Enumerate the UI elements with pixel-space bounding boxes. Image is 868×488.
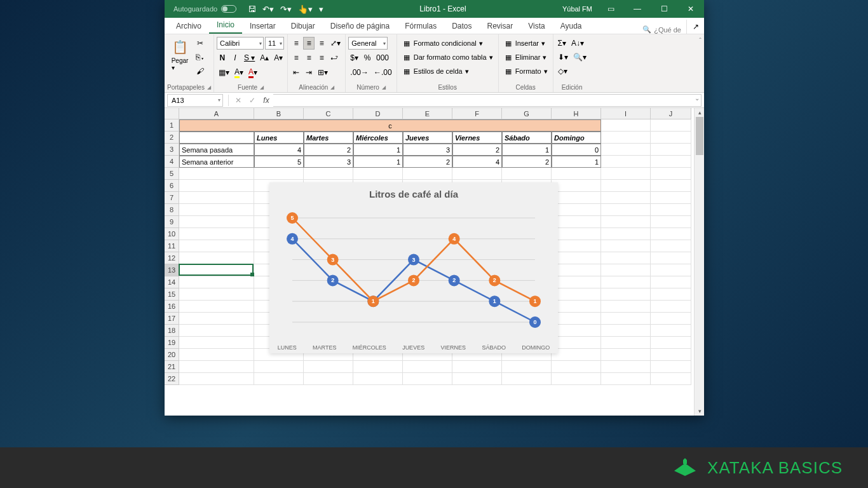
cancel-formula-icon[interactable]: ✕ — [231, 96, 245, 105]
font-color-icon[interactable]: A▾ — [247, 66, 259, 79]
data-header[interactable]: Miércoles — [353, 132, 403, 144]
toggle-switch[interactable] — [221, 5, 236, 13]
data-cell[interactable]: 2 — [304, 144, 353, 156]
row-header-19[interactable]: 19 — [165, 337, 179, 349]
data-cell[interactable]: 0 — [552, 144, 601, 156]
data-header[interactable] — [179, 132, 254, 144]
borders-icon[interactable]: ▦▾ — [217, 66, 231, 79]
col-header-J[interactable]: J — [651, 108, 691, 119]
italic-button[interactable]: I — [229, 51, 241, 64]
col-header-B[interactable]: B — [254, 108, 304, 119]
fx-icon[interactable]: fx — [259, 96, 273, 105]
row-header-12[interactable]: 12 — [165, 252, 179, 264]
underline-button[interactable]: S ▾ — [242, 51, 257, 64]
cut-icon[interactable]: ✂ — [194, 37, 207, 50]
row-header-11[interactable]: 11 — [165, 240, 179, 252]
format-cells-button[interactable]: ▦Formato ▾ — [501, 65, 550, 78]
tab-draw[interactable]: Dibujar — [283, 18, 323, 34]
tab-home[interactable]: Inicio — [209, 17, 242, 34]
spreadsheet-grid[interactable]: ABCDEFGHIJ 12345678910111213141516171819… — [165, 108, 704, 416]
undo-icon[interactable]: ↶▾ — [262, 4, 274, 14]
ribbon-options-icon[interactable]: ▭ — [597, 0, 624, 18]
data-cell[interactable]: 2 — [502, 156, 552, 168]
touch-icon[interactable]: 👆▾ — [298, 4, 313, 14]
orientation-icon[interactable]: ⤢▾ — [329, 37, 342, 50]
col-header-F[interactable]: F — [452, 108, 502, 119]
row-header-6[interactable]: 6 — [165, 180, 179, 192]
format-table-button[interactable]: ▦Dar formato como tabla ▾ — [400, 51, 496, 64]
align-right-icon[interactable]: ≡ — [316, 51, 327, 64]
qat-more-icon[interactable]: ▾ — [319, 4, 323, 14]
scroll-thumb[interactable] — [696, 117, 703, 155]
font-name-combo[interactable]: Calibri — [217, 37, 264, 50]
data-cell[interactable]: 1 — [552, 156, 601, 168]
autosave-toggle[interactable]: Autoguardado — [173, 5, 236, 13]
find-icon[interactable]: 🔍▾ — [571, 51, 588, 64]
data-header[interactable]: Viernes — [452, 132, 502, 144]
delete-cells-button[interactable]: ▦Eliminar ▾ — [501, 51, 550, 64]
merge-icon[interactable]: ⊞▾ — [316, 66, 330, 79]
accept-formula-icon[interactable]: ✓ — [245, 96, 259, 105]
increase-decimal-icon[interactable]: .00→ — [348, 66, 370, 79]
insert-cells-button[interactable]: ▦Insertar ▾ — [501, 37, 550, 50]
row-header-3[interactable]: 3 — [165, 144, 179, 156]
data-cell[interactable]: 3 — [304, 156, 353, 168]
row-header-17[interactable]: 17 — [165, 313, 179, 325]
vertical-scrollbar[interactable]: ▴ ▾ — [694, 108, 704, 416]
row-header-10[interactable]: 10 — [165, 228, 179, 240]
decrease-decimal-icon[interactable]: ←.00 — [372, 66, 394, 79]
data-header[interactable]: Lunes — [254, 132, 304, 144]
col-header-A[interactable]: A — [179, 108, 254, 119]
dialog-launcher-icon[interactable]: ◢ — [260, 85, 264, 90]
row-header-5[interactable]: 5 — [165, 168, 179, 180]
tab-help[interactable]: Ayuda — [553, 18, 590, 34]
user-name[interactable]: Yúbal FM — [562, 5, 592, 13]
data-cell[interactable]: 3 — [403, 144, 452, 156]
row-header-1[interactable]: 1 — [165, 119, 179, 132]
minimize-icon[interactable]: — — [624, 0, 651, 18]
row-header-4[interactable]: 4 — [165, 156, 179, 168]
align-top-icon[interactable]: ≡ — [290, 37, 302, 50]
dialog-launcher-icon[interactable]: ◢ — [207, 85, 211, 90]
tab-review[interactable]: Revisar — [480, 18, 521, 34]
row-header-9[interactable]: 9 — [165, 216, 179, 228]
row-label[interactable]: Semana pasada — [179, 144, 254, 156]
tab-file[interactable]: Archivo — [168, 18, 209, 34]
col-header-E[interactable]: E — [403, 108, 452, 119]
row-header-13[interactable]: 13 — [165, 264, 179, 276]
percent-icon[interactable]: % — [362, 51, 373, 64]
data-cell[interactable]: 1 — [353, 156, 403, 168]
clear-icon[interactable]: ◇▾ — [556, 65, 569, 78]
currency-icon[interactable]: $▾ — [348, 51, 360, 64]
tab-layout[interactable]: Diseño de página — [323, 18, 397, 34]
conditional-format-button[interactable]: ▦Formato condicional ▾ — [400, 37, 496, 50]
thousands-icon[interactable]: 000 — [374, 51, 391, 64]
col-header-I[interactable]: I — [601, 108, 651, 119]
row-header-18[interactable]: 18 — [165, 325, 179, 337]
merged-header[interactable]: c — [179, 119, 601, 132]
dialog-launcher-icon[interactable]: ◢ — [330, 85, 334, 90]
align-left-icon[interactable]: ≡ — [290, 51, 302, 64]
row-header-14[interactable]: 14 — [165, 276, 179, 288]
col-header-H[interactable]: H — [552, 108, 601, 119]
copy-icon[interactable]: ⎘▾ — [194, 51, 207, 64]
increase-indent-icon[interactable]: ⇥ — [303, 66, 315, 79]
data-cell[interactable]: 1 — [502, 144, 552, 156]
bold-button[interactable]: N — [217, 51, 228, 64]
data-cell[interactable]: 4 — [452, 156, 502, 168]
align-bottom-icon[interactable]: ≡ — [316, 37, 327, 50]
share-button[interactable]: ↗ — [686, 20, 704, 34]
select-all-corner[interactable] — [165, 108, 179, 119]
fill-color-icon[interactable]: A▾ — [233, 66, 245, 79]
data-cell[interactable]: 5 — [254, 156, 304, 168]
align-center-icon[interactable]: ≡ — [303, 51, 315, 64]
number-format-combo[interactable]: General — [348, 37, 388, 50]
formula-input[interactable] — [273, 94, 702, 107]
shrink-font-icon[interactable]: A▾ — [272, 51, 285, 64]
row-header-22[interactable]: 22 — [165, 373, 179, 385]
paste-button[interactable]: 📋 Pegar▾ — [167, 37, 193, 72]
scroll-down-icon[interactable]: ▾ — [695, 407, 704, 416]
wrap-text-icon[interactable]: ⮐ — [329, 51, 340, 64]
grow-font-icon[interactable]: A▴ — [258, 51, 271, 64]
embedded-chart[interactable]: Litros de café al día 42132105312421 LUN… — [269, 182, 558, 353]
